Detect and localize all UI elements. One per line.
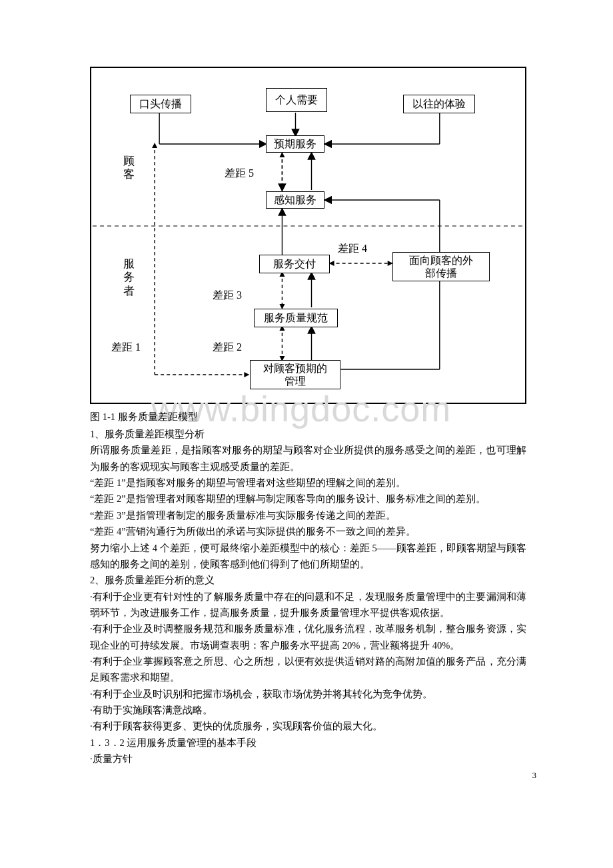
box-waibu: 面向顾客的外 部传播 xyxy=(392,252,490,281)
box-yuqi: 预期服务 xyxy=(266,135,324,153)
customer-side-label: 顾 客 xyxy=(123,155,135,182)
paragraph: “差距 2”是指管理者对顾客期望的理解与制定顾客导向的服务设计、服务标准之间的差… xyxy=(90,491,526,507)
section-heading: 1．3．2 运用服务质量管理的基本手段 xyxy=(90,735,526,751)
paragraph: 所谓服务质量差距，是指顾客对服务的期望与顾客对企业所提供的服务感受之间的差距，也… xyxy=(90,442,526,475)
service-quality-gap-diagram: 口头传播 个人需要 以往的体验 预期服务 感知服务 服务交付 面向顾客的外 部传… xyxy=(90,67,526,404)
section-heading: 2、服务质量差距分析的意义 xyxy=(90,572,526,588)
bullet: ·有利于企业掌握顾客意之所思、心之所想，以便有效提供适销对路的高附加值的服务产品… xyxy=(90,653,526,686)
box-koutou: 口头传播 xyxy=(130,95,191,113)
gap1-label: 差距 1 xyxy=(111,341,141,353)
box-ganzhi: 感知服务 xyxy=(266,191,324,209)
paragraph: “差距 3”是指管理者制定的服务质量标准与实际服务传递之间的差距。 xyxy=(90,507,526,523)
bullet: ·有利于企业更有针对性的了解服务质量中存在的问题和不足，发现服务质量管理中的主要… xyxy=(90,589,526,621)
box-label: 以往的体验 xyxy=(412,97,466,110)
gap2-label: 差距 2 xyxy=(213,341,242,353)
gap3-label: 差距 3 xyxy=(213,289,242,301)
bullet: ·有助于实施顾客满意战略。 xyxy=(90,702,526,718)
box-geren: 个人需要 xyxy=(266,88,327,112)
figure-caption: 图 1-1 服务质量差距模型 xyxy=(90,411,526,423)
diagram-lines xyxy=(91,68,525,403)
paragraph: 努力缩小上述 4 个差距，便可最终缩小差距模型中的核心：差距 5——顾客差距，即… xyxy=(90,540,526,573)
box-label: 服务质量规范 xyxy=(264,311,328,324)
box-guanli: 对顾客预期的 管理 xyxy=(250,360,340,389)
box-guifan: 服务质量规范 xyxy=(254,309,338,327)
box-yiwang: 以往的体验 xyxy=(403,95,475,113)
section-heading: 1、服务质量差距模型分析 xyxy=(90,426,526,442)
paragraph: “差距 1”是指顾客对服务的期望与管理者对这些期望的理解之间的差别。 xyxy=(90,475,526,491)
bullet: ·有利于企业及时调整服务规范和服务质量标准，优化服务流程，改革服务机制，整合服务… xyxy=(90,621,526,653)
gap5-label: 差距 5 xyxy=(225,167,254,179)
box-label: 预期服务 xyxy=(274,137,316,150)
box-label: 面向顾客的外 部传播 xyxy=(409,254,473,279)
page-number: 3 xyxy=(532,770,537,781)
box-label: 个人需要 xyxy=(275,93,318,106)
box-label: 对顾客预期的 管理 xyxy=(263,362,327,387)
box-label: 感知服务 xyxy=(274,193,316,206)
provider-side-label: 服 务 者 xyxy=(123,257,135,298)
bullet: ·有利于顾客获得更多、更快的优质服务，实现顾客价值的最大化。 xyxy=(90,718,526,734)
box-label: 口头传播 xyxy=(139,97,182,110)
gap4-label: 差距 4 xyxy=(338,242,367,255)
box-jiaofu: 服务交付 xyxy=(259,255,330,273)
bullet: ·有利于企业及时识别和把握市场机会，获取市场优势并将其转化为竞争优势。 xyxy=(90,686,526,702)
body-text: 1、服务质量差距模型分析 所谓服务质量差距，是指顾客对服务的期望与顾客对企业所提… xyxy=(90,426,526,767)
paragraph: “差距 4”营销沟通行为所做出的承诺与实际提供的服务不一致之间的差异。 xyxy=(90,523,526,539)
bullet: ·质量方针 xyxy=(90,751,526,767)
box-label: 服务交付 xyxy=(273,257,316,270)
